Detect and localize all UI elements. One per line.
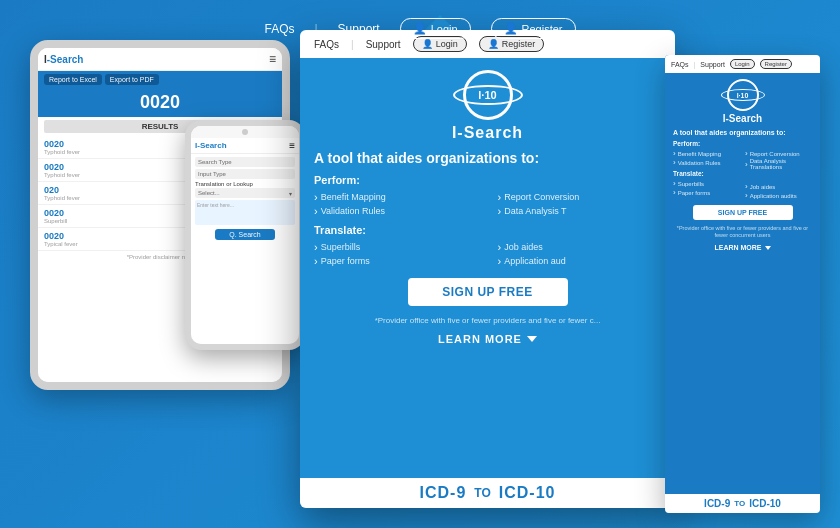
right-translate-label: Translate: bbox=[673, 170, 740, 177]
person-icon: 👤 bbox=[488, 39, 499, 49]
list-item: Benefit Mapping bbox=[314, 190, 478, 204]
list-item: Paper forms bbox=[314, 254, 478, 268]
phone-status-bar bbox=[191, 126, 299, 138]
i10-rings bbox=[453, 85, 523, 105]
right-content-cols: Perform: Benefit Mapping Validation Rule… bbox=[673, 140, 812, 200]
top-nav-divider1: | bbox=[314, 22, 317, 36]
list-item: Application audits bbox=[745, 191, 812, 200]
person-icon: 👤 bbox=[413, 22, 427, 35]
export-pdf-button[interactable]: Export to PDF bbox=[105, 74, 159, 85]
phone-screen: I-Search ≡ Search Type Input Type Transl… bbox=[191, 126, 299, 344]
right-panel-body: I·10 I-Search A tool that aides organiza… bbox=[665, 73, 820, 257]
top-login-button[interactable]: 👤 Login bbox=[400, 18, 471, 39]
phone-logo: I-Search bbox=[195, 141, 227, 150]
list-item: Data Analysis Translations bbox=[745, 158, 812, 170]
right-icd-bar: ICD-9 TO ICD-10 bbox=[665, 494, 820, 513]
chevron-down-icon: ▾ bbox=[289, 190, 292, 197]
top-support-link[interactable]: Support bbox=[338, 22, 380, 36]
phone-form: Search Type Input Type Translation or Lo… bbox=[191, 154, 299, 246]
right-support-link[interactable]: Support bbox=[700, 61, 725, 68]
right-panel: FAQs | Support Login Register I·10 I-Sea… bbox=[665, 55, 820, 513]
right-learn-more[interactable]: LEARN MORE bbox=[673, 244, 812, 251]
right-icd10: ICD-10 bbox=[749, 498, 781, 509]
i10-logo: I·10 bbox=[463, 70, 513, 120]
phone-nav: I-Search ≡ bbox=[191, 138, 299, 154]
center-left-col: Perform: Benefit Mapping Validation Rule… bbox=[314, 174, 478, 268]
right-faq-link[interactable]: FAQs bbox=[671, 61, 689, 68]
tablet-search-code: 0020 bbox=[44, 92, 276, 113]
center-icd10: ICD-10 bbox=[499, 484, 556, 502]
tablet-search-area: 0020 bbox=[38, 88, 282, 117]
center-icd-bar: ICD-9 TO ICD-10 bbox=[300, 478, 675, 508]
center-panel-body: I·10 I-Search A tool that aides organiza… bbox=[300, 58, 675, 357]
center-right-col: Perform: Report Conversion Data Analysis… bbox=[498, 174, 662, 268]
center-panel: FAQs | Support 👤 Login 👤 Register I·10 I… bbox=[300, 30, 675, 508]
list-item: Superbills bbox=[314, 240, 478, 254]
top-register-button[interactable]: 👤 Register bbox=[491, 18, 576, 39]
right-register-button[interactable]: Register bbox=[760, 59, 792, 69]
center-translate-label: Translate: bbox=[314, 224, 478, 236]
right-login-button[interactable]: Login bbox=[730, 59, 755, 69]
hamburger-icon: ≡ bbox=[289, 140, 295, 151]
center-perform-label: Perform: bbox=[314, 174, 478, 186]
person-icon: 👤 bbox=[422, 39, 433, 49]
right-i10-circle: I·10 bbox=[727, 79, 759, 111]
right-logo-area: I·10 I-Search bbox=[673, 79, 812, 124]
phone-translation-label: Translation or Lookup bbox=[195, 181, 295, 187]
center-logo-text: I-Search bbox=[314, 124, 661, 142]
i10-circle: I·10 bbox=[463, 70, 513, 120]
center-icd9: ICD-9 bbox=[420, 484, 467, 502]
list-item: Application aud bbox=[498, 254, 662, 268]
center-provider-note: *Provider office with five or fewer prov… bbox=[314, 316, 661, 325]
list-item: Data Analysis T bbox=[498, 204, 662, 218]
list-item: Benefit Mapping bbox=[673, 149, 740, 158]
phone-input-type[interactable]: Input Type bbox=[195, 169, 295, 179]
center-faq-link[interactable]: FAQs bbox=[314, 39, 339, 50]
center-signup-button[interactable]: SIGN UP FREE bbox=[408, 278, 568, 306]
list-item: Report Conversion bbox=[498, 190, 662, 204]
right-right-col: P: Report Conversion Data Analysis Trans… bbox=[745, 140, 812, 200]
list-item: Job aides bbox=[498, 240, 662, 254]
chevron-down-icon bbox=[765, 246, 771, 250]
center-icd-to: TO bbox=[474, 486, 490, 500]
hamburger-icon: ≡ bbox=[269, 52, 276, 66]
center-headline: A tool that aides organizations to: bbox=[314, 150, 661, 166]
list-item: Superbills bbox=[673, 179, 740, 188]
list-item: Validation Rules bbox=[673, 158, 740, 167]
phone-translation-dropdown[interactable]: Select... ▾ bbox=[195, 188, 295, 198]
right-signup-button[interactable]: SIGN UP FREE bbox=[693, 205, 793, 220]
right-panel-nav: FAQs | Support Login Register bbox=[665, 55, 820, 73]
center-learn-more[interactable]: LEARN MORE bbox=[314, 333, 661, 345]
center-content-cols: Perform: Benefit Mapping Validation Rule… bbox=[314, 174, 661, 268]
right-perform-label: Perform: bbox=[673, 140, 740, 147]
center-logo-area: I·10 I-Search bbox=[314, 70, 661, 142]
tablet-nav: I-Search ≡ bbox=[38, 48, 282, 71]
right-icd9: ICD-9 bbox=[704, 498, 730, 509]
phone-search-input[interactable]: Search Type bbox=[195, 157, 295, 167]
right-headline: A tool that aides organizations to: bbox=[673, 129, 812, 136]
phone-search-button[interactable]: Q. Search bbox=[215, 229, 275, 240]
phone-text-area: Enter text here... bbox=[195, 200, 295, 225]
person-icon: 👤 bbox=[504, 22, 518, 35]
right-logo-text: I-Search bbox=[673, 113, 812, 124]
list-item: Report Conversion bbox=[745, 149, 812, 158]
right-icd-to: TO bbox=[734, 499, 745, 508]
phone-camera bbox=[242, 129, 248, 135]
tablet-logo: I-Search bbox=[44, 54, 83, 65]
tablet-actions: Report to Excel Export to PDF bbox=[38, 71, 282, 88]
center-support-link[interactable]: Support bbox=[366, 39, 401, 50]
right-i10-rings bbox=[721, 89, 765, 101]
top-navigation: FAQs | Support 👤 Login 👤 Register bbox=[0, 18, 840, 39]
chevron-down-icon bbox=[527, 336, 537, 342]
list-item: Job aides bbox=[745, 182, 812, 191]
phone-device: I-Search ≡ Search Type Input Type Transl… bbox=[185, 120, 305, 350]
list-item: Validation Rules bbox=[314, 204, 478, 218]
list-item: Paper forms bbox=[673, 188, 740, 197]
right-provider-note: *Provider office with five or fewer prov… bbox=[673, 225, 812, 239]
top-faq-link[interactable]: FAQs bbox=[264, 22, 294, 36]
right-left-col: Perform: Benefit Mapping Validation Rule… bbox=[673, 140, 740, 200]
report-excel-button[interactable]: Report to Excel bbox=[44, 74, 102, 85]
